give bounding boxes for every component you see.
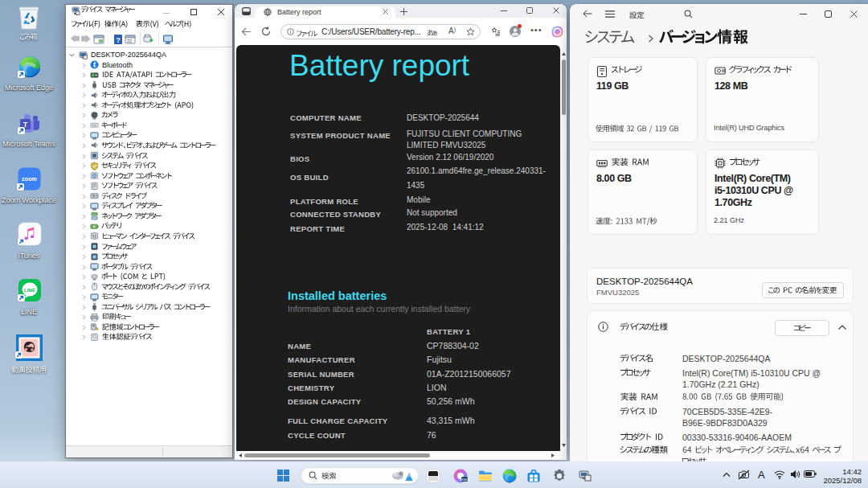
svg-text:LINE: LINE xyxy=(24,287,35,293)
svg-text:?: ? xyxy=(116,35,121,43)
svg-text:zoom: zoom xyxy=(22,176,37,182)
svg-text:M365: M365 xyxy=(461,478,469,482)
